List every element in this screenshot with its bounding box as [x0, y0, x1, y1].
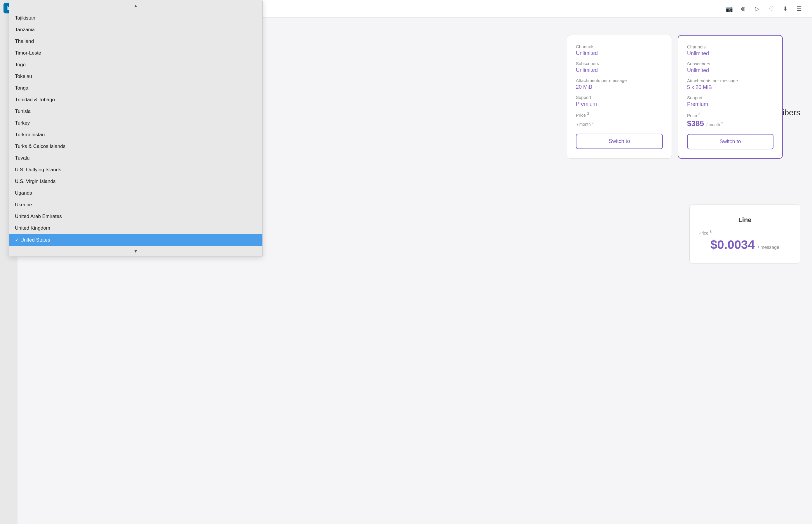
switch-to-button-2[interactable]: Switch to: [687, 134, 774, 149]
support-row-2: Support Premium: [687, 95, 774, 108]
country-dropdown[interactable]: ▲ SwazilandSwedenSwitzerlandSyriaSão Tom…: [9, 0, 263, 257]
support-value-2: Premium: [687, 101, 774, 108]
country-item[interactable]: Tonga: [9, 82, 262, 94]
subscribers-value-2: Unlimited: [687, 67, 774, 73]
line-price-label: Price 3: [698, 230, 791, 235]
subscribers-label-2: Subscribers: [687, 61, 774, 66]
support-label-2: Support: [687, 95, 774, 100]
channels-label-1: Channels: [576, 44, 663, 49]
channels-label-2: Channels: [687, 44, 774, 49]
channels-value-2: Unlimited: [687, 50, 774, 56]
country-item[interactable]: Uganda: [9, 187, 262, 199]
price-label-2: Price 3: [687, 112, 774, 118]
country-item[interactable]: Thailand: [9, 36, 262, 47]
support-value-1: Premium: [576, 101, 663, 107]
line-price-card: Line Price 3 $0.0034 / message: [689, 204, 800, 264]
country-item[interactable]: U.S. Outlying Islands: [9, 164, 262, 176]
subscribers-label-1: Subscribers: [576, 61, 663, 66]
download-icon[interactable]: ⬇: [781, 5, 789, 13]
country-item[interactable]: U.S. Virgin Islands: [9, 176, 262, 187]
heart-icon[interactable]: ♡: [767, 5, 775, 13]
line-price-value: $0.0034: [711, 238, 755, 251]
country-item[interactable]: Ukraine: [9, 199, 262, 211]
pricing-card-2: Channels Unlimited Subscribers Unlimited…: [678, 35, 783, 159]
country-item[interactable]: Trinidad & Tobago: [9, 94, 262, 105]
attachments-row-2: Attachments per message 5 x 20 MiB: [687, 78, 774, 91]
country-item[interactable]: Tajikistan: [9, 12, 262, 24]
channels-row-1: Channels Unlimited: [576, 44, 663, 56]
switch-to-button-1[interactable]: Switch to: [576, 134, 663, 149]
country-item[interactable]: Tanzania: [9, 24, 262, 36]
play-icon[interactable]: ▷: [753, 5, 761, 13]
country-list[interactable]: SwazilandSwedenSwitzerlandSyriaSão Tomé …: [9, 11, 262, 246]
price-row-2: Price 3 $385 / month 2: [687, 112, 774, 128]
country-item[interactable]: Turkey: [9, 117, 262, 129]
country-item[interactable]: Togo: [9, 59, 262, 71]
camera-icon[interactable]: 📷: [725, 5, 733, 13]
price-period-2: / month 2: [707, 122, 723, 127]
subscribers-row-2: Subscribers Unlimited: [687, 61, 774, 73]
attachments-value-1: 20 MiB: [576, 84, 663, 90]
country-item[interactable]: Tunisia: [9, 105, 262, 117]
channels-value-1: Unlimited: [576, 50, 663, 56]
subscribers-value-1: Unlimited: [576, 67, 663, 73]
channels-row-2: Channels Unlimited: [687, 44, 774, 56]
line-price-period: / message: [758, 245, 779, 250]
price-value-2: $385: [687, 119, 704, 128]
attachments-label-2: Attachments per message: [687, 78, 774, 83]
scroll-up-arrow[interactable]: ▲: [9, 0, 262, 11]
attachments-row-1: Attachments per message 20 MiB: [576, 78, 663, 90]
price-label-1: Price 3: [576, 112, 663, 118]
country-item[interactable]: Timor-Leste: [9, 47, 262, 59]
support-row-1: Support Premium: [576, 95, 663, 107]
country-item[interactable]: United States: [9, 234, 262, 246]
scroll-down-arrow[interactable]: ▼: [9, 246, 262, 257]
country-item[interactable]: Turkmenistan: [9, 129, 262, 141]
price-period-1: / month 2: [577, 122, 594, 127]
line-card-title: Line: [698, 216, 791, 224]
country-item[interactable]: United Arab Emirates: [9, 211, 262, 222]
country-item[interactable]: Tokelau: [9, 71, 262, 82]
country-item[interactable]: United Kingdom: [9, 222, 262, 234]
attachments-value-2: 5 x 20 MiB: [687, 84, 774, 91]
pricing-card-1: Channels Unlimited Subscribers Unlimited…: [567, 35, 672, 159]
support-label-1: Support: [576, 95, 663, 100]
stop-circle-icon[interactable]: ⊗: [739, 5, 747, 13]
country-item[interactable]: Turks & Caicos Islands: [9, 141, 262, 152]
attachments-label-1: Attachments per message: [576, 78, 663, 83]
menu-icon[interactable]: ☰: [795, 5, 803, 13]
country-item[interactable]: Tuvalu: [9, 152, 262, 164]
subscribers-row-1: Subscribers Unlimited: [576, 61, 663, 73]
price-row-1: Price 3 / month 2: [576, 112, 663, 128]
